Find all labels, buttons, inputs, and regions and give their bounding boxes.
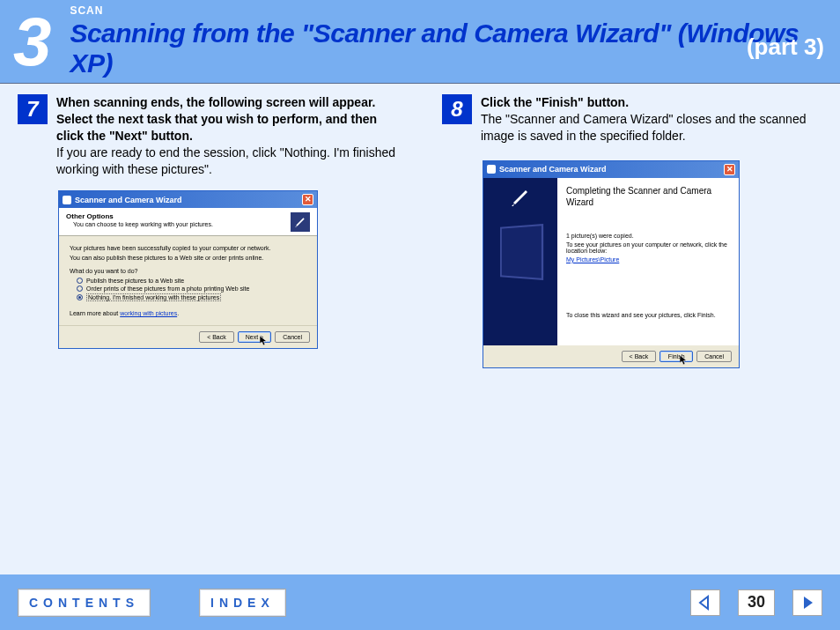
pictures-location-link[interactable]: My Pictures\Picture bbox=[566, 256, 730, 263]
wizard-8-buttons: < Back Finish Cancel bbox=[483, 345, 739, 367]
cancel-button[interactable]: Cancel bbox=[696, 351, 732, 362]
wizard-app-icon bbox=[63, 196, 71, 204]
cursor-icon bbox=[680, 355, 689, 366]
finish-button[interactable]: Finish bbox=[659, 351, 693, 362]
wizard-7-header: Other Options You can choose to keep wor… bbox=[59, 208, 317, 236]
step-7-normal: If you are ready to end the session, cli… bbox=[56, 145, 395, 176]
radio-option-3[interactable]: Nothing. I'm finished working with these… bbox=[77, 293, 306, 301]
wizard-8-body: Completing the Scanner and Camera Wizard… bbox=[483, 178, 739, 345]
step-7: 7 When scanning ends, the following scre… bbox=[18, 94, 398, 177]
wizard-7-titlebar: Scanner and Camera Wizard ✕ bbox=[59, 191, 317, 208]
radio-icon bbox=[77, 278, 83, 284]
wizard-7: Scanner and Camera Wizard ✕ Other Option… bbox=[58, 190, 318, 349]
wizard-8-copied: 1 picture(s) were copied. bbox=[566, 233, 730, 239]
part-label: (part 3) bbox=[747, 33, 824, 61]
radio-option-1[interactable]: Publish these pictures to a Web site bbox=[77, 278, 306, 284]
page-number: 30 bbox=[738, 589, 775, 616]
step-8-normal: The "Scanner and Camera Wizard" closes a… bbox=[481, 112, 806, 143]
content-area: 7 When scanning ends, the following scre… bbox=[0, 83, 840, 574]
radio-icon-selected bbox=[77, 294, 83, 300]
next-page-button[interactable] bbox=[792, 589, 822, 616]
chapter-number: 3 bbox=[13, 7, 48, 76]
radio-option-2[interactable]: Order prints of these pictures from a ph… bbox=[77, 285, 306, 292]
close-icon[interactable]: ✕ bbox=[302, 194, 313, 205]
wizard-7-question: What do you want to do? bbox=[70, 268, 306, 274]
close-icon[interactable]: ✕ bbox=[724, 164, 735, 175]
page-title: Scanning from the "Scanner and Camera Wi… bbox=[70, 19, 827, 78]
wizard-8-sidebar bbox=[483, 178, 557, 345]
device-graphic bbox=[500, 224, 543, 280]
cancel-button[interactable]: Cancel bbox=[275, 331, 310, 343]
step-7-body: When scanning ends, the following screen… bbox=[56, 94, 398, 177]
wizard-7-buttons: < Back Next > Cancel bbox=[59, 325, 317, 348]
back-button[interactable]: < Back bbox=[622, 351, 657, 362]
wizard-8: Scanner and Camera Wizard ✕ Completing t… bbox=[483, 160, 740, 368]
back-button[interactable]: < Back bbox=[199, 331, 234, 343]
wizard-7-body-line2: You can also publish these pictures to a… bbox=[70, 255, 306, 261]
page-header: 3 SCAN Scanning from the "Scanner and Ca… bbox=[0, 0, 840, 83]
step-8: 8 Click the "Finish" button. The "Scanne… bbox=[442, 94, 822, 145]
working-with-pictures-link[interactable]: working with pictures bbox=[120, 310, 177, 316]
radio-icon bbox=[77, 285, 83, 292]
wizard-7-learn: Learn more about working with pictures. bbox=[70, 310, 306, 316]
wizard-7-heading: Other Options bbox=[66, 212, 213, 220]
step-8-bold: Click the "Finish" button. bbox=[481, 95, 629, 109]
contents-button[interactable]: CONTENTS bbox=[18, 589, 151, 617]
wizard-7-subheading: You can choose to keep working with your… bbox=[73, 221, 213, 227]
wizard-8-title: Scanner and Camera Wizard bbox=[499, 165, 606, 174]
cursor-icon bbox=[260, 336, 269, 346]
index-button[interactable]: INDEX bbox=[199, 589, 286, 617]
column-left: 7 When scanning ends, the following scre… bbox=[18, 94, 398, 574]
step-7-bold: When scanning ends, the following screen… bbox=[56, 95, 377, 143]
arrow-left-icon bbox=[696, 594, 714, 611]
page-footer: CONTENTS INDEX 30 bbox=[0, 574, 840, 630]
header-overline: SCAN bbox=[70, 4, 827, 17]
arrow-right-icon bbox=[799, 594, 816, 611]
next-button[interactable]: Next > bbox=[238, 331, 271, 343]
prev-page-button[interactable] bbox=[690, 589, 720, 616]
radio-1-label: Publish these pictures to a Web site bbox=[86, 278, 184, 284]
column-right: 8 Click the "Finish" button. The "Scanne… bbox=[442, 94, 822, 574]
step-number-8: 8 bbox=[442, 94, 472, 124]
wizard-8-titlebar: Scanner and Camera Wizard ✕ bbox=[483, 161, 739, 178]
wizard-8-heading: Completing the Scanner and Camera Wizard bbox=[566, 185, 730, 208]
header-text: SCAN Scanning from the "Scanner and Came… bbox=[70, 4, 827, 78]
step-8-body: Click the "Finish" button. The "Scanner … bbox=[481, 94, 822, 145]
wizard-7-title: Scanner and Camera Wizard bbox=[75, 196, 181, 204]
scanner-icon bbox=[510, 187, 531, 208]
wizard-app-icon bbox=[487, 165, 496, 174]
scanner-icon bbox=[291, 212, 310, 232]
wizard-7-body-line1: Your pictures have been successfully cop… bbox=[70, 245, 306, 251]
wizard-8-seeline: To see your pictures on your computer or… bbox=[566, 241, 730, 254]
wizard-8-content: Completing the Scanner and Camera Wizard… bbox=[557, 178, 739, 345]
step-number-7: 7 bbox=[18, 94, 48, 124]
radio-2-label: Order prints of these pictures from a ph… bbox=[86, 285, 249, 292]
footer-right: 30 bbox=[690, 589, 822, 616]
wizard-7-body: Your pictures have been successfully cop… bbox=[59, 236, 317, 325]
wizard-8-closenote: To close this wizard and see your pictur… bbox=[566, 312, 730, 318]
radio-3-label: Nothing. I'm finished working with these… bbox=[86, 293, 221, 301]
